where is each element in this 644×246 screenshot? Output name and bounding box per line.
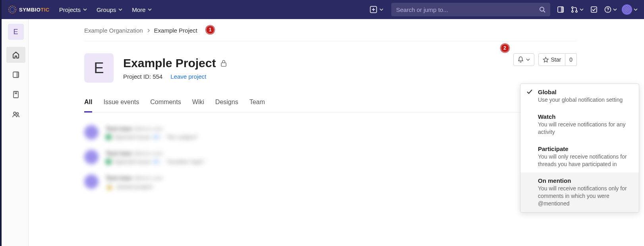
star-icon — [543, 57, 549, 63]
home-icon — [12, 51, 20, 59]
chevron-down-icon — [148, 8, 152, 12]
chevron-down-icon — [634, 8, 638, 12]
chevron-down-icon — [379, 8, 383, 12]
top-navbar: SYMBIOTIC Projects Groups More — [2, 0, 644, 19]
notification-option-participate[interactable]: Participate You will only receive notifi… — [520, 141, 639, 173]
issues-icon — [12, 71, 20, 79]
notification-dropdown-button[interactable] — [513, 53, 534, 66]
issue-open-icon — [106, 159, 111, 165]
chevron-right-icon — [147, 29, 150, 33]
new-dropdown[interactable] — [367, 4, 387, 15]
tab-designs[interactable]: Designs — [215, 99, 238, 112]
svg-rect-13 — [16, 72, 19, 77]
svg-point-0 — [9, 6, 16, 13]
star-group: Star 0 — [538, 53, 577, 66]
left-sidebar: E — [3, 19, 29, 246]
breadcrumb-project[interactable]: Example Project — [154, 27, 197, 34]
svg-rect-17 — [221, 63, 226, 66]
book-icon — [12, 91, 20, 99]
notification-dropdown[interactable]: Global Use your global notification sett… — [520, 83, 639, 213]
notification-option-watch[interactable]: Watch You will receive notifications for… — [520, 108, 639, 141]
nav-menu: Projects Groups More — [59, 6, 152, 13]
search-box[interactable] — [391, 3, 550, 16]
annotation-badge-1: 1 — [206, 25, 215, 34]
svg-point-3 — [540, 7, 544, 11]
tab-team[interactable]: Team — [249, 99, 265, 112]
issue-open-icon — [106, 134, 111, 140]
chevron-down-icon — [526, 58, 530, 62]
project-header: E Example Project Project ID: 554 Leave … — [84, 41, 577, 99]
activity-tabs: All Issue events Comments Wiki Designs T… — [84, 99, 577, 112]
todo-icon — [590, 6, 598, 13]
leave-project-link[interactable]: Leave project — [170, 73, 206, 80]
user-menu[interactable] — [622, 4, 638, 15]
sidebar-issues[interactable] — [6, 67, 25, 83]
star-button[interactable]: Star — [538, 53, 566, 66]
svg-point-11 — [607, 11, 608, 12]
notification-option-global[interactable]: Global Use your global notification sett… — [520, 84, 639, 108]
svg-point-6 — [572, 7, 573, 8]
search-icon[interactable] — [539, 6, 545, 13]
sidebar-project-avatar[interactable]: E — [8, 24, 24, 40]
brand-logo[interactable]: SYMBIOTIC — [8, 5, 50, 14]
user-avatar-icon — [622, 4, 632, 15]
svg-rect-5 — [561, 7, 563, 12]
plus-square-icon — [370, 6, 377, 13]
svg-rect-9 — [591, 7, 597, 12]
chevron-down-icon — [83, 8, 87, 12]
brand-text: SYMBIOTIC — [19, 7, 50, 13]
chevron-down-icon — [613, 8, 617, 12]
lock-icon — [220, 60, 227, 67]
members-icon — [12, 110, 20, 118]
nav-right — [367, 3, 638, 16]
todos-button[interactable] — [588, 4, 600, 15]
sidebar-members[interactable] — [6, 107, 25, 122]
notification-option-on-mention[interactable]: 3 On mention You will receive notificati… — [520, 172, 639, 212]
search-input[interactable] — [396, 6, 536, 13]
svg-point-15 — [14, 112, 16, 114]
sidebar-wiki[interactable] — [6, 87, 25, 103]
tab-comments[interactable]: Comments — [150, 99, 181, 112]
activity-row: Test User @test-user Opened issue #3: "N… — [84, 120, 577, 145]
breadcrumb-org[interactable]: Example Organization — [84, 27, 143, 34]
lock-icon: 🔒 — [106, 183, 113, 190]
tab-issue-events[interactable]: Issue events — [103, 99, 139, 112]
check-icon — [527, 89, 532, 94]
svg-point-16 — [16, 113, 18, 115]
svg-point-7 — [572, 11, 573, 12]
merge-requests-button[interactable] — [571, 6, 584, 13]
project-actions: 2 Star 0 — [513, 53, 577, 66]
sidebar-home[interactable] — [6, 47, 25, 63]
breadcrumb: Example Organization Example Project 1 — [84, 27, 577, 41]
merge-request-icon — [571, 6, 578, 13]
activity-row: Test User @test-user Opened issue #2: "A… — [84, 145, 577, 170]
user-avatar-icon — [84, 125, 99, 139]
star-count[interactable]: 0 — [565, 53, 577, 66]
tab-all[interactable]: All — [84, 99, 92, 112]
help-button[interactable] — [604, 6, 617, 13]
tab-wiki[interactable]: Wiki — [192, 99, 204, 112]
bell-icon — [518, 56, 524, 63]
annotation-badge-2: 2 — [501, 44, 509, 52]
user-avatar-icon — [84, 174, 99, 189]
svg-rect-14 — [14, 91, 18, 98]
nav-projects[interactable]: Projects — [59, 6, 87, 13]
chevron-down-icon — [118, 8, 122, 12]
activity-feed: Test User @test-user Opened issue #3: "N… — [84, 112, 577, 195]
user-avatar-icon — [84, 150, 99, 164]
help-icon — [604, 6, 611, 13]
nav-groups[interactable]: Groups — [97, 6, 122, 13]
logo-swirl-icon — [8, 5, 17, 14]
activity-row: Test User @test-user 🔒Joined project — [84, 170, 577, 195]
project-avatar: E — [84, 53, 114, 83]
issues-icon-button[interactable] — [555, 4, 566, 15]
nav-more[interactable]: More — [132, 6, 152, 13]
project-title: Example Project — [123, 56, 216, 70]
svg-point-1 — [10, 8, 15, 12]
chevron-down-icon — [580, 8, 584, 12]
svg-point-8 — [576, 11, 577, 12]
project-id: Project ID: 554 — [123, 73, 162, 80]
issues-icon — [557, 6, 564, 13]
